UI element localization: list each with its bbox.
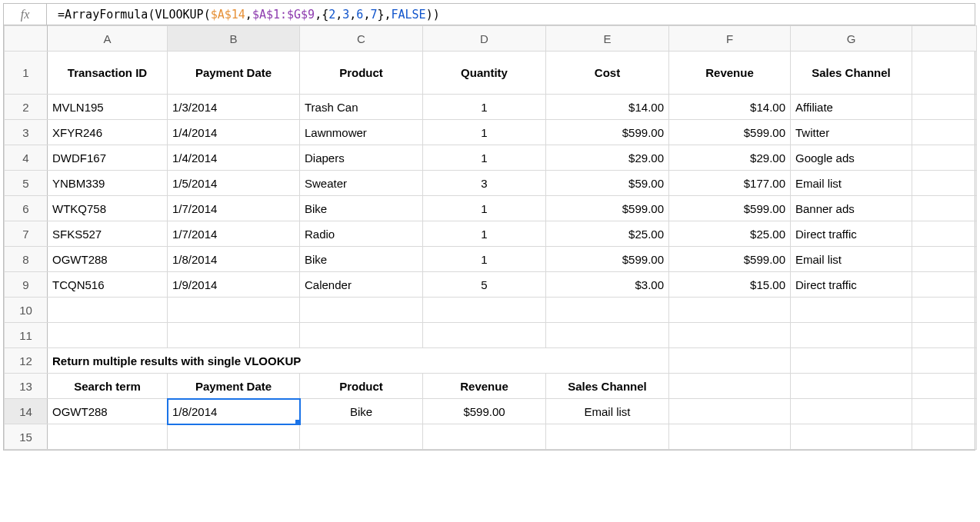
cell[interactable]: Search term [48, 374, 168, 399]
cell[interactable] [48, 298, 168, 323]
cell[interactable] [669, 323, 791, 348]
cell[interactable]: $14.00 [669, 95, 791, 120]
cell[interactable] [791, 323, 912, 348]
cell[interactable]: Banner ads [791, 196, 912, 221]
fx-icon[interactable]: fx [4, 4, 47, 25]
cell[interactable] [912, 171, 977, 196]
column-header-d[interactable]: D [423, 26, 546, 52]
cell[interactable]: Affiliate [791, 95, 912, 120]
cell[interactable]: Sales Channel [546, 374, 669, 399]
cell[interactable]: 1 [423, 145, 546, 171]
row-header-13[interactable]: 13 [5, 374, 48, 399]
row-header-2[interactable]: 2 [5, 95, 48, 120]
cell[interactable]: $15.00 [669, 272, 791, 298]
row-header-7[interactable]: 7 [5, 221, 48, 247]
cell[interactable] [546, 323, 669, 348]
cell[interactable]: Twitter [791, 120, 912, 145]
cell[interactable] [791, 424, 912, 450]
cell[interactable]: 1 [423, 196, 546, 221]
cell[interactable]: $3.00 [546, 272, 669, 298]
cell[interactable]: 5 [423, 272, 546, 298]
row-header-12[interactable]: 12 [5, 348, 48, 374]
cell[interactable] [912, 323, 977, 348]
cell[interactable] [546, 348, 669, 374]
cell[interactable] [791, 298, 912, 323]
spreadsheet-grid[interactable]: A B C D E F G 1 Transaction ID Payment D… [4, 25, 977, 450]
cell[interactable] [912, 95, 977, 120]
cell[interactable]: Trash Can [300, 95, 423, 120]
cell[interactable] [168, 298, 300, 323]
cell[interactable]: $599.00 [423, 399, 546, 424]
row-header-3[interactable]: 3 [5, 120, 48, 145]
cell[interactable] [300, 424, 423, 450]
cell[interactable]: $599.00 [669, 120, 791, 145]
column-header-a[interactable]: A [48, 26, 168, 52]
cell[interactable]: XFYR246 [48, 120, 168, 145]
cell[interactable]: SFKS527 [48, 221, 168, 247]
cell[interactable] [912, 247, 977, 272]
cell[interactable]: 1/4/2014 [168, 145, 300, 171]
row-header-1[interactable]: 1 [5, 52, 48, 95]
cell[interactable] [48, 323, 168, 348]
cell[interactable]: $59.00 [546, 171, 669, 196]
cell[interactable]: Calender [300, 272, 423, 298]
cell[interactable]: 1/9/2014 [168, 272, 300, 298]
cell[interactable] [300, 298, 423, 323]
cell[interactable] [546, 424, 669, 450]
cell[interactable] [669, 348, 791, 374]
cell[interactable]: Lawnmower [300, 120, 423, 145]
cell[interactable]: $25.00 [669, 221, 791, 247]
cell[interactable] [912, 348, 977, 374]
cell[interactable]: OGWT288 [48, 399, 168, 424]
cell[interactable]: Payment Date [168, 52, 300, 95]
cell[interactable] [912, 399, 977, 424]
cell[interactable]: $25.00 [546, 221, 669, 247]
column-header-e[interactable]: E [546, 26, 669, 52]
cell[interactable]: $29.00 [546, 145, 669, 171]
section-title[interactable]: Return multiple results with single VLOO… [48, 348, 546, 374]
cell[interactable] [912, 52, 977, 95]
cell[interactable] [912, 145, 977, 171]
cell[interactable]: Email list [791, 247, 912, 272]
cell[interactable]: Direct traffic [791, 272, 912, 298]
cell[interactable]: 1/7/2014 [168, 221, 300, 247]
cell[interactable]: 1 [423, 95, 546, 120]
cell[interactable] [669, 424, 791, 450]
column-header-c[interactable]: C [300, 26, 423, 52]
cell[interactable]: 1/8/2014 [168, 247, 300, 272]
row-header-8[interactable]: 8 [5, 247, 48, 272]
cell[interactable] [912, 196, 977, 221]
cell[interactable]: Sweater [300, 171, 423, 196]
formula-input[interactable]: =ArrayFormula(VLOOKUP($A$14,$A$1:$G$9,{2… [47, 8, 975, 22]
row-header-6[interactable]: 6 [5, 196, 48, 221]
cell[interactable] [791, 348, 912, 374]
cell[interactable]: Email list [791, 171, 912, 196]
row-header-11[interactable]: 11 [5, 323, 48, 348]
cell[interactable] [423, 323, 546, 348]
column-header-b[interactable]: B [168, 26, 300, 52]
cell[interactable]: Revenue [423, 374, 546, 399]
cell[interactable]: Revenue [669, 52, 791, 95]
cell[interactable]: Bike [300, 196, 423, 221]
cell[interactable]: $177.00 [669, 171, 791, 196]
cell[interactable] [912, 298, 977, 323]
cell[interactable]: 1/4/2014 [168, 120, 300, 145]
cell[interactable] [48, 424, 168, 450]
column-header-f[interactable]: F [669, 26, 791, 52]
cell[interactable]: YNBM339 [48, 171, 168, 196]
cell[interactable]: DWDF167 [48, 145, 168, 171]
cell[interactable]: $599.00 [546, 196, 669, 221]
cell[interactable]: Radio [300, 221, 423, 247]
cell[interactable]: Direct traffic [791, 221, 912, 247]
cell[interactable] [300, 323, 423, 348]
cell[interactable]: MVLN195 [48, 95, 168, 120]
cell[interactable]: 1 [423, 120, 546, 145]
cell[interactable] [912, 272, 977, 298]
cell[interactable] [546, 298, 669, 323]
cell[interactable]: Google ads [791, 145, 912, 171]
cell[interactable] [669, 374, 791, 399]
cell[interactable]: $599.00 [546, 247, 669, 272]
select-all-corner[interactable] [5, 26, 48, 52]
cell[interactable]: Quantity [423, 52, 546, 95]
cell[interactable]: $599.00 [669, 247, 791, 272]
